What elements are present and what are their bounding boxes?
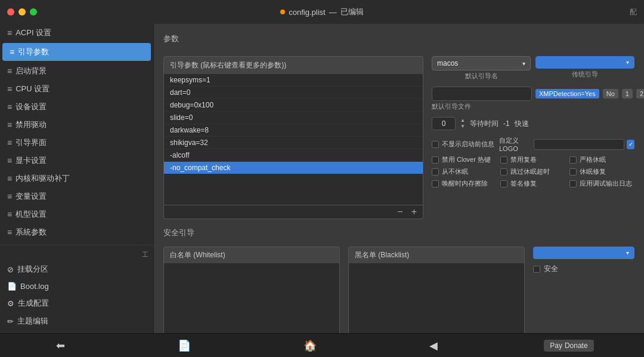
boot-arg-item[interactable]: keepsyms=1 [164,74,423,87]
boot-arg-item[interactable]: -alcoff [164,149,423,162]
titlebar: config.plist — 已编辑 配 [0,0,644,24]
remove-arg-button[interactable]: − [395,207,405,217]
menu-icon: ≡ [7,174,12,183]
footer-btn-2[interactable]: 📄 [172,337,197,355]
sidebar-label-bootlog: Boot.log [20,282,49,291]
boot-file-input[interactable] [432,87,532,101]
wait-label: 等待时间 [470,119,499,129]
boot-file-row: XMPDetection=Yes No 1 2 [432,87,634,101]
checkbox-debuglog-label: 应用调试输出日志 [580,179,632,188]
whitelist-header: 白名单 (Whitelist) [163,247,340,263]
sidebar-item-kernel[interactable]: ≡ 内核和驱动补丁 [0,170,153,187]
close-button[interactable] [7,8,14,16]
sidebar-item-model[interactable]: ≡ 机型设置 [0,205,153,223]
maximize-button[interactable] [30,8,37,16]
sidebar-label-gui: 引导界面 [16,137,47,148]
checkbox-strict-box[interactable] [569,156,577,164]
sidebar-item-bootargs[interactable]: ≡ 引导参数 [2,43,151,61]
checkbox-copy-label: 禁用复卷 [510,155,537,164]
sidebar-item-bootlog[interactable]: 📄 Boot.log [0,278,153,294]
sidebar-item-mount[interactable]: ⊘ 挂载分区 [0,260,153,278]
sidebar-item-disabled[interactable]: ≡ 禁用驱动 [0,116,153,134]
boot-traditional-label: 传统引导 [535,70,634,79]
sidebar-item-acpi[interactable]: ≡ ACPI 设置 [0,24,153,42]
sidebar-item-vars[interactable]: ≡ 变量设置 [0,187,153,205]
boot-name-row: macos ▾ 默认引导名 ▾ 传统引导 [432,56,634,81]
menu-icon: ≡ [7,84,12,94]
sidebar-item-cpu[interactable]: ≡ CPU 设置 [0,80,153,98]
checkbox-strict[interactable]: 严格休眠 [569,155,634,164]
checkbox-nohibernate[interactable]: 从不休眠 [432,167,497,176]
sidebar-item-genconfig[interactable]: ⚙ 生成配置 [0,294,153,312]
wait-minus: -1 [503,119,510,128]
footer-btn-1[interactable]: ⬅ [50,337,71,355]
title-separator: — [329,8,337,17]
checkbox-hibernatefix-box[interactable] [569,168,577,176]
checkbox-nosplash[interactable]: 不显示启动前信息 [432,140,494,149]
boot-arg-item-selected[interactable]: -no_compat_check [164,162,423,174]
safety-right: ▾ 安全 [533,247,634,333]
chevron-down-icon: ▾ [626,59,629,66]
checkbox-debuglog-box[interactable] [569,180,577,187]
nosplash-row: 不显示启动前信息 自定义 LOGO ✓ [432,136,634,152]
checkbox-signrepair[interactable]: 签名修复 [500,179,565,188]
whitelist-panel: 白名单 (Whitelist) − + [163,247,340,333]
sidebar-item-devices[interactable]: ≡ 设备设置 [0,98,153,116]
boot-arg-item[interactable]: slide=0 [164,112,423,124]
checkbox-copy-box[interactable] [500,156,507,164]
sidebar-item-sysparams[interactable]: ≡ 系統参数 [0,223,153,241]
boot-traditional-select[interactable]: ▾ [535,56,634,69]
menu-icon: ≡ [7,138,12,147]
top-section: 引导参数 (鼠标右键查看更多的参数)) keepsyms=1 dart=0 de… [163,56,634,219]
sidebar-item-graphics[interactable]: ≡ 显卡设置 [0,152,153,170]
safety-label: 安全引导 [163,227,634,238]
checkbox-skiphibernate[interactable]: 跳过休眠超时 [500,167,565,176]
boot-args-controls: − + [163,205,423,219]
footer-btn-3[interactable]: 🏠 [298,337,323,355]
chevron-down-icon: ▾ [522,60,525,67]
boot-args-list[interactable]: keepsyms=1 dart=0 debug=0x100 slide=0 da… [163,74,423,205]
checkbox-nosplash-box[interactable] [432,141,439,148]
sidebar-label-devices: 设备设置 [16,101,47,112]
blacklist-header: 黑名单 (Blacklist) [348,247,525,263]
sidebar-item-bootbg[interactable]: ≡ 启动背景 [0,62,153,80]
checkbox-signrepair-box[interactable] [500,180,507,187]
checkmark-icon: ✓ [628,141,633,147]
boot-name-value: macos [437,59,458,67]
wait-increment[interactable]: ▲ [460,118,465,124]
safety-checkbox[interactable] [533,266,540,273]
sidebar-label-bootbg: 启动背景 [16,66,47,76]
safety-checkbox-row[interactable]: 安全 [533,264,634,274]
add-arg-button[interactable]: + [409,207,419,217]
checkbox-skiphibernate-box[interactable] [500,168,507,176]
wait-decrement[interactable]: ▼ [460,124,465,130]
custom-logo-button[interactable]: ✓ [627,140,634,149]
wait-value-input[interactable] [432,117,456,130]
donate-button[interactable]: Pay Donate [544,340,593,352]
checkbox-skiphibernate-label: 跳过休眠超时 [510,167,550,176]
boot-arg-item[interactable]: darkwake=8 [164,124,423,137]
checkbox-hotkeys-box[interactable] [432,156,439,164]
sidebar-item-gui[interactable]: ≡ 引导界面 [0,134,153,152]
menu-icon: ≡ [7,28,12,38]
checkbox-hibernatefix[interactable]: 休眠修复 [569,167,634,176]
minimize-button[interactable] [18,8,26,16]
boot-arg-item[interactable]: shikigva=32 [164,137,423,149]
checkboxes-grid: 禁用 Clover 热键 禁用复卷 严格休眠 从不休眠 [432,155,634,188]
footer-btn-4[interactable]: ◀ [423,337,444,355]
menu-icon: ≡ [7,156,12,165]
boot-arg-item[interactable]: dart=0 [164,87,423,99]
checkbox-nohibernate-box[interactable] [432,168,439,176]
checkbox-copy[interactable]: 禁用复卷 [500,155,565,164]
checkbox-wakemem[interactable]: 唤醒时内存擦除 [432,179,497,188]
checkbox-debuglog[interactable]: 应用调试输出日志 [569,179,634,188]
checkbox-wakemem-box[interactable] [432,180,439,187]
safety-select[interactable]: ▾ [533,247,634,259]
boot-arg-item[interactable]: debug=0x100 [164,99,423,112]
sidebar-label-model: 机型设置 [16,209,47,220]
checkbox-hotkeys[interactable]: 禁用 Clover 热键 [432,155,497,164]
boot-name-select[interactable]: macos ▾ [432,56,531,70]
custom-logo-input[interactable] [534,139,624,150]
menu-icon: ≡ [7,102,12,112]
sidebar-item-theme[interactable]: ✏ 主题编辑 [0,312,153,330]
